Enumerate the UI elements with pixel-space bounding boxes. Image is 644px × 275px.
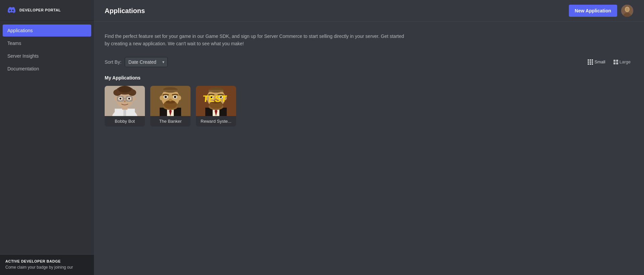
svg-point-21 xyxy=(119,98,121,100)
section-title: My Applications xyxy=(105,75,633,80)
sidebar-item-server-insights[interactable]: Server Insights xyxy=(3,50,91,62)
avatar-image xyxy=(621,5,633,17)
svg-point-2 xyxy=(626,7,629,11)
new-application-button[interactable]: New Application xyxy=(569,5,617,17)
app-card-label-bobby-bot: Bobby Bot xyxy=(105,116,145,126)
bobby-bot-image xyxy=(105,86,145,116)
my-applications-section: My Applications xyxy=(105,75,633,126)
svg-point-42 xyxy=(174,96,176,98)
svg-point-13 xyxy=(118,86,131,93)
sidebar-item-teams[interactable]: Teams xyxy=(3,37,91,49)
sort-select[interactable]: Date Created Name Last Modified xyxy=(125,57,168,67)
discord-logo-icon xyxy=(7,5,16,15)
app-card-the-banker[interactable]: The Banker xyxy=(150,86,191,126)
sort-by-label: Sort By: xyxy=(105,59,121,65)
app-card-image-reward-system: TEST xyxy=(196,86,236,116)
reward-system-image: TEST xyxy=(196,86,236,116)
svg-point-37 xyxy=(160,96,163,100)
app-card-reward-system[interactable]: TEST Reward Syste... xyxy=(196,86,236,126)
app-card-image-bobby-bot xyxy=(105,86,145,116)
sidebar-item-applications[interactable]: Applications xyxy=(3,24,91,37)
svg-point-43 xyxy=(169,99,172,101)
main-content: Applications New Application Find the pe… xyxy=(94,0,644,275)
developer-badge-banner: ACTIVE DEVELOPER BADGE Come claim your b… xyxy=(0,254,94,275)
logo-area: DEVELOPER PORTAL xyxy=(0,0,94,20)
svg-text:TEST: TEST xyxy=(203,94,227,104)
topbar-right: New Application xyxy=(569,5,633,17)
app-card-label-the-banker: The Banker xyxy=(150,116,191,126)
sidebar-nav: Applications Teams Server Insights Docum… xyxy=(0,20,94,275)
app-card-label-reward-system: Reward Syste... xyxy=(196,116,236,126)
page-title: Applications xyxy=(105,7,145,15)
view-toggle: Small Large xyxy=(585,58,633,66)
sort-bar: Sort By: Date Created Name Last Modified xyxy=(105,57,633,67)
logo-text: DEVELOPER PORTAL xyxy=(19,8,61,12)
apps-grid: Bobby Bot xyxy=(105,86,633,126)
grid-large-icon xyxy=(613,60,618,64)
banker-image xyxy=(150,86,191,116)
badge-desc: Come claim your badge by joining our xyxy=(5,265,89,270)
app-card-image-the-banker xyxy=(150,86,191,116)
content-area: Find the perfect feature set for your ga… xyxy=(94,22,644,275)
badge-title: ACTIVE DEVELOPER BADGE xyxy=(5,259,89,263)
svg-point-23 xyxy=(124,100,126,102)
view-large-label: Large xyxy=(620,59,631,64)
grid-small-icon xyxy=(588,59,593,65)
svg-point-41 xyxy=(165,96,167,98)
sidebar: DEVELOPER PORTAL Applications Teams Serv… xyxy=(0,0,94,275)
svg-point-38 xyxy=(178,96,181,100)
avatar[interactable] xyxy=(621,5,633,17)
svg-rect-7 xyxy=(123,109,126,116)
sort-select-wrapper: Date Created Name Last Modified xyxy=(125,57,168,67)
svg-rect-33 xyxy=(163,90,178,92)
sort-left: Sort By: Date Created Name Last Modified xyxy=(105,57,168,67)
svg-rect-53 xyxy=(209,90,223,92)
svg-point-22 xyxy=(128,98,130,100)
page-description: Find the perfect feature set for your ga… xyxy=(105,33,407,48)
sidebar-item-documentation[interactable]: Documentation xyxy=(3,63,91,75)
topbar: Applications New Application xyxy=(94,0,644,22)
view-small-label: Small xyxy=(594,59,605,64)
view-large-button[interactable]: Large xyxy=(611,58,633,66)
view-small-button[interactable]: Small xyxy=(585,58,608,66)
app-card-bobby-bot[interactable]: Bobby Bot xyxy=(105,86,145,126)
